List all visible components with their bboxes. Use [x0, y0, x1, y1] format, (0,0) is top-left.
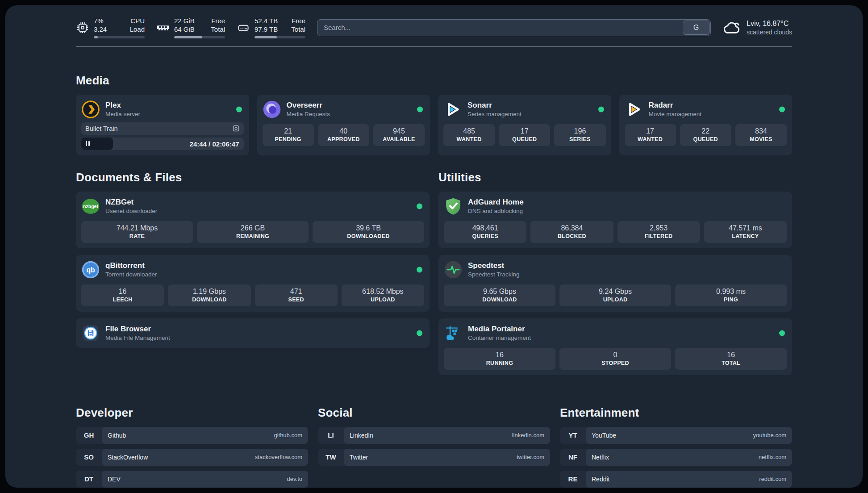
stat-value: 485 — [445, 127, 493, 135]
service-card-qbittorrent[interactable]: qb qBittorrent Torrent downloader — [76, 255, 430, 312]
stat-box: 16 TOTAL — [675, 348, 787, 370]
stat-value: 17 — [501, 127, 548, 135]
stat-label: SERIES — [556, 136, 604, 142]
bookmark-group-social: Social LI LinkedIn linkedin.com TW Twitt… — [318, 406, 550, 471]
stat-label: WANTED — [445, 136, 493, 142]
service-description: Container management — [468, 334, 531, 341]
cpu-label: CPU — [130, 17, 145, 25]
top-bar: 7% 3.24 CPU Load — [76, 17, 792, 38]
bookmark-github[interactable]: GH Github github.com — [76, 427, 308, 444]
stat-box: 834 MOVIES — [735, 124, 787, 146]
section-title-documents: Documents & Files — [76, 171, 430, 184]
service-description: Torrent downloader — [105, 271, 157, 278]
stat-box: 17 WANTED — [625, 124, 676, 146]
stat-box: 1.19 Gbps DOWNLOAD — [168, 284, 250, 306]
stat-box: 0.993 ms PING — [675, 284, 787, 306]
bookmark-name: StackOverflow — [108, 454, 148, 461]
stat-value: 9.24 Gbps — [561, 288, 669, 296]
service-name: qBittorrent — [105, 261, 157, 270]
stat-label: AVAILABLE — [375, 136, 423, 142]
service-card-adguard[interactable]: AdGuard Home DNS and adblocking 498,461 … — [438, 192, 792, 248]
stat-box: 2,953 FILTERED — [618, 221, 700, 243]
bookmark-linkedin[interactable]: LI LinkedIn linkedin.com — [318, 427, 550, 444]
bookmark-domain: dev.to — [287, 476, 302, 482]
bookmark-domain: twitter.com — [517, 454, 544, 460]
service-name: Sonarr — [467, 101, 522, 110]
stat-box: 0 STOPPED — [559, 348, 671, 370]
nzbget-icon: nzbget — [81, 197, 100, 216]
bookmark-name: Twitter — [350, 454, 368, 461]
stat-label: STOPPED — [561, 360, 669, 366]
stat-box: 16 LEECH — [81, 284, 164, 306]
memory-total-value: 64 GiB — [174, 25, 195, 34]
stat-label: UPLOAD — [561, 297, 669, 303]
service-card-nzbget[interactable]: nzbget NZBGet Usenet downloader 74 — [76, 192, 430, 248]
bookmark-stackoverflow[interactable]: SO StackOverflow stackoverflow.com — [76, 449, 308, 466]
stat-box: 471 SEED — [255, 284, 338, 306]
stat-value: 21 — [264, 127, 312, 135]
bookmark-abbr: NF — [560, 449, 586, 466]
stat-label: DOWNLOAD — [170, 297, 249, 303]
svg-text:qb: qb — [86, 266, 95, 273]
service-card-radarr[interactable]: Radarr Movie management 17 WANTED 22 QUE… — [619, 95, 793, 155]
stat-box: 86,384 BLOCKED — [530, 221, 613, 243]
radarr-icon — [625, 100, 643, 119]
service-name: Radarr — [649, 101, 702, 110]
stat-box: 9.24 Gbps UPLOAD — [559, 284, 671, 306]
bookmark-abbr: DT — [76, 471, 102, 488]
stat-value: 618.52 Mbps — [343, 288, 422, 296]
service-name: Speedtest — [468, 261, 520, 270]
service-card-overseerr[interactable]: Overseerr Media Requests 21 PENDING 40 A… — [257, 95, 430, 155]
bookmark-domain: linkedin.com — [512, 432, 544, 439]
status-online-dot — [417, 267, 422, 272]
stat-value: 0 — [561, 351, 669, 359]
stat-box: 40 APPROVED — [318, 124, 369, 146]
bookmark-twitter[interactable]: TW Twitter twitter.com — [318, 449, 550, 466]
cpu-resource-widget: 7% 3.24 CPU Load — [76, 17, 145, 38]
disk-free-label: Free — [291, 17, 305, 25]
disk-resource-widget: 52.4 TB 97.9 TB Free Total — [237, 17, 305, 38]
stat-box: 39.6 TB DOWNLOADED — [313, 221, 424, 243]
stat-value: 47.571 ms — [706, 224, 785, 232]
service-card-filebrowser[interactable]: File Browser Media File Management — [76, 318, 430, 348]
bookmark-abbr: TW — [318, 449, 344, 466]
bookmark-name: DEV — [108, 476, 121, 483]
bookmark-youtube[interactable]: YT YouTube youtube.com — [560, 427, 792, 444]
bookmark-name: Github — [108, 432, 126, 439]
disk-usage-bar — [255, 36, 305, 38]
service-card-portainer[interactable]: Media Portainer Container management 16 … — [438, 318, 792, 375]
search-provider-button[interactable]: G — [683, 21, 709, 35]
stat-label: QUEUED — [682, 136, 730, 142]
pause-icon[interactable] — [86, 141, 90, 146]
status-online-dot — [417, 106, 423, 112]
stat-label: BLOCKED — [532, 233, 611, 239]
service-card-sonarr[interactable]: Sonarr Series management 485 WANTED 17 Q… — [438, 95, 611, 155]
bookmark-name: Netflix — [592, 454, 609, 461]
stat-label: LATENCY — [706, 233, 785, 239]
service-card-plex[interactable]: Plex Media server Bullet Train — [76, 95, 249, 155]
bookmark-dev[interactable]: DT DEV dev.to — [76, 471, 308, 488]
stat-label: MOVIES — [737, 136, 785, 142]
bookmark-abbr: YT — [560, 427, 586, 444]
bookmark-group-developer: Developer GH Github github.com SO StackO… — [76, 406, 308, 488]
adguard-shield-icon — [444, 197, 463, 216]
bookmark-domain: github.com — [274, 432, 302, 439]
cpu-usage-bar — [94, 36, 145, 38]
bookmark-reddit[interactable]: RE Reddit reddit.com — [560, 471, 792, 488]
service-card-speedtest[interactable]: Speedtest Speedtest Tracking 9.65 Gbps D… — [438, 255, 792, 312]
speedtest-pulse-icon — [444, 260, 463, 279]
section-title-utilities: Utilities — [438, 171, 792, 184]
section-title-media: Media — [76, 74, 792, 88]
bookmark-name: YouTube — [592, 432, 616, 439]
service-description: Media server — [105, 111, 140, 117]
section-title-entertainment: Entertainment — [560, 406, 792, 420]
stat-box: 266 GB REMAINING — [197, 221, 309, 243]
stat-box: 945 AVAILABLE — [373, 124, 425, 146]
bookmark-netflix[interactable]: NF Netflix netflix.com — [560, 449, 792, 466]
stat-box: 618.52 Mbps UPLOAD — [342, 284, 424, 306]
service-description: Series management — [467, 111, 522, 117]
stat-value: 22 — [682, 127, 730, 135]
stat-value: 0.993 ms — [677, 288, 785, 296]
search-input[interactable] — [317, 19, 711, 36]
disk-total-value: 97.9 TB — [255, 25, 278, 34]
